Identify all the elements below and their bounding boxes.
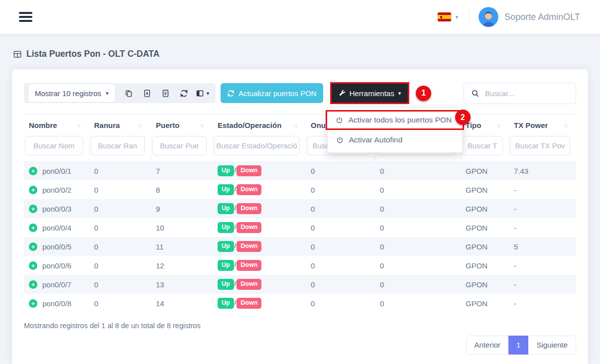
expand-row-icon[interactable]: + bbox=[29, 280, 37, 289]
status-badge-down: Down bbox=[237, 165, 261, 176]
status-badge-up: Up bbox=[218, 184, 234, 195]
table-row: +pon0/0/5 0 11 Up/Down 0 0 GPON 5 bbox=[24, 237, 576, 256]
tools-dropdown-wrap: Herramientas ▾ Activar todos los puertos… bbox=[330, 82, 410, 104]
menu-toggle-icon[interactable] bbox=[19, 12, 32, 22]
search-input[interactable] bbox=[485, 89, 569, 98]
status-badge-down: Down bbox=[237, 222, 261, 233]
filter-input-tx-power[interactable] bbox=[510, 136, 571, 155]
chevron-down-icon: ▾ bbox=[456, 14, 459, 20]
expand-row-icon[interactable]: + bbox=[29, 186, 37, 194]
table-row: +pon0/0/7 0 13 Up/Down 0 0 GPON - bbox=[24, 275, 576, 294]
table-search bbox=[464, 83, 576, 104]
filter-input-tipo[interactable] bbox=[462, 136, 503, 155]
column-header-ranura[interactable]: ↑↓Ranura bbox=[89, 115, 151, 135]
page-content: Lista Puertos Pon - OLT C-DATA Mostrar 1… bbox=[0, 34, 600, 364]
tools-dropdown-menu: Activar todos los puertos PON Activar Au… bbox=[327, 107, 463, 153]
status-badge-down: Down bbox=[237, 241, 261, 252]
column-visibility-icon bbox=[196, 89, 204, 98]
sort-icon: ↑↓ bbox=[496, 122, 500, 128]
pon-ports-table: ↑↓Nombre ↑↓Ranura ↑↓Puerto ↑↓Estado/Oper… bbox=[24, 114, 576, 313]
status-badge-down: Down bbox=[237, 203, 261, 214]
status-badge-down: Down bbox=[237, 260, 261, 271]
expand-row-icon[interactable]: + bbox=[29, 205, 37, 213]
chevron-down-icon: ▾ bbox=[398, 91, 401, 96]
table-row: +pon0/0/3 0 9 Up/Down 0 0 GPON - bbox=[24, 199, 576, 218]
expand-row-icon[interactable]: + bbox=[29, 243, 37, 251]
status-badge-up: Up bbox=[218, 279, 234, 290]
pagination-row: Anterior 1 Siguiente bbox=[24, 336, 576, 355]
excel-export-button[interactable] bbox=[138, 84, 156, 103]
wrench-icon bbox=[339, 90, 346, 97]
search-icon bbox=[471, 89, 480, 98]
pagination-page-1[interactable]: 1 bbox=[508, 336, 528, 355]
tools-button[interactable]: Herramientas ▾ bbox=[332, 84, 408, 103]
expand-row-icon[interactable]: + bbox=[29, 224, 37, 232]
user-menu[interactable]: Soporte AdminOLT bbox=[479, 7, 580, 27]
filter-row bbox=[24, 135, 576, 161]
chevron-down-icon: ▾ bbox=[106, 91, 109, 96]
status-badge-up: Up bbox=[218, 222, 234, 233]
sort-icon: ↑↓ bbox=[200, 122, 204, 128]
refresh-icon bbox=[180, 89, 188, 98]
column-visibility-button[interactable]: ▾ bbox=[193, 84, 212, 103]
page-length-select[interactable]: Mostrar 10 registros ▾ bbox=[28, 84, 116, 103]
sort-icon: ↑↓ bbox=[293, 122, 297, 128]
filter-input-ranura[interactable] bbox=[91, 136, 145, 155]
sort-icon: ↑↓ bbox=[564, 122, 568, 128]
refresh-icon bbox=[227, 90, 235, 97]
records-info: Mostrando registros del 1 al 8 de un tot… bbox=[24, 322, 576, 330]
expand-row-icon[interactable]: + bbox=[29, 167, 37, 175]
pagination: Anterior 1 Siguiente bbox=[466, 336, 576, 355]
table-row: +pon0/0/1 0 7 Up/Down 0 0 GPON 7.43 bbox=[24, 161, 576, 180]
copy-button[interactable] bbox=[120, 84, 138, 103]
column-header-nombre[interactable]: ↑↓Nombre bbox=[24, 115, 89, 135]
filter-input-estado[interactable] bbox=[214, 136, 300, 155]
annotation-box-2: Activar todos los puertos PON bbox=[326, 110, 464, 130]
power-icon bbox=[336, 117, 343, 124]
annotation-step-1: 1 bbox=[416, 86, 431, 101]
table-row: +pon0/0/4 0 10 Up/Down 0 0 GPON - bbox=[24, 218, 576, 237]
status-badge-down: Down bbox=[237, 184, 261, 195]
table-row: +pon0/0/6 0 12 Up/Down 0 0 GPON - bbox=[24, 256, 576, 275]
status-badge-up: Up bbox=[218, 241, 234, 252]
column-header-puerto[interactable]: ↑↓Puerto bbox=[151, 115, 213, 135]
expand-row-icon[interactable]: + bbox=[29, 261, 37, 270]
column-header-tx-power[interactable]: ↑↓TX Power bbox=[509, 115, 576, 135]
menu-item-activate-autofind[interactable]: Activar Autofind bbox=[328, 131, 462, 148]
top-navbar: ▾ Soporte AdminOLT bbox=[0, 0, 600, 34]
sort-icon: ↑↓ bbox=[138, 122, 142, 128]
column-header-estado[interactable]: ↑↓Estado/Operación bbox=[213, 115, 306, 135]
status-badge-down: Down bbox=[237, 298, 261, 309]
filter-input-nombre[interactable] bbox=[25, 136, 83, 155]
annotation-step-2: 2 bbox=[455, 110, 471, 125]
table-row: +pon0/0/8 0 14 Up/Down 0 0 GPON - bbox=[24, 294, 576, 313]
pon-ports-card: Mostrar 10 registros ▾ bbox=[12, 69, 588, 364]
table-icon bbox=[13, 50, 22, 59]
status-badge-up: Up bbox=[218, 165, 234, 176]
expand-row-icon[interactable]: + bbox=[29, 299, 37, 308]
page-title: Lista Puertos Pon - OLT C-DATA bbox=[13, 49, 588, 59]
pagination-next-button[interactable]: Siguiente bbox=[528, 336, 576, 355]
status-badge-up: Up bbox=[218, 203, 234, 214]
reload-button[interactable] bbox=[175, 84, 193, 103]
excel-export-icon bbox=[143, 89, 151, 98]
file-export-button[interactable] bbox=[156, 84, 175, 103]
filter-input-puerto[interactable] bbox=[152, 136, 207, 155]
header-row: ↑↓Nombre ↑↓Ranura ↑↓Puerto ↑↓Estado/Oper… bbox=[24, 115, 576, 135]
status-badge-up: Up bbox=[218, 298, 234, 309]
annotation-box-1: Herramientas ▾ bbox=[330, 82, 410, 104]
status-badge-down: Down bbox=[237, 279, 261, 290]
pagination-prev-button[interactable]: Anterior bbox=[466, 336, 509, 355]
power-icon bbox=[336, 136, 344, 144]
divider bbox=[469, 7, 470, 27]
menu-item-activate-all-pon-ports[interactable]: Activar todos los puertos PON bbox=[327, 112, 463, 128]
table-row: +pon0/0/2 0 8 Up/Down 0 0 GPON - bbox=[24, 180, 576, 199]
user-name: Soporte AdminOLT bbox=[504, 12, 580, 22]
file-export-icon bbox=[161, 89, 170, 98]
chevron-down-icon: ▾ bbox=[207, 91, 210, 96]
update-pon-ports-button[interactable]: Actualizar puertos PON bbox=[221, 83, 323, 103]
language-selector[interactable]: ▾ bbox=[438, 12, 459, 21]
avatar bbox=[479, 7, 498, 27]
sort-icon: ↑↓ bbox=[77, 122, 81, 128]
buttons-strip: Mostrar 10 registros ▾ bbox=[24, 83, 216, 103]
